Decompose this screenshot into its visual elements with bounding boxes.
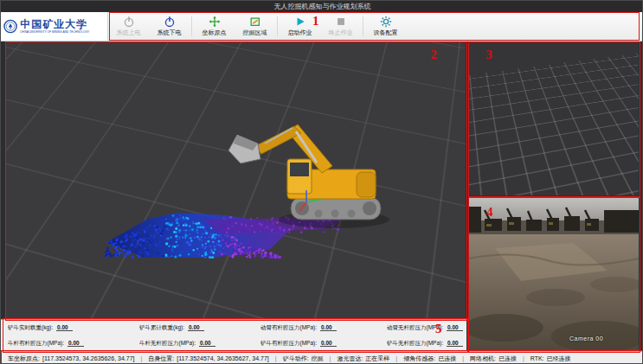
- coordinate-origin-label: 坐标原点: [203, 29, 227, 37]
- stop-icon: [335, 16, 347, 28]
- university-seal-icon: [3, 15, 17, 38]
- camera-frame: [469, 198, 639, 351]
- status-bar: 车坐标原点:[117.3524573, 34.2635626, 34.77] 自…: [1, 351, 643, 364]
- metric-arm-rod-pressure: 斗杆有杆腔压力(MPa):0.00: [8, 340, 139, 348]
- toolbar-separator: [191, 16, 192, 36]
- system-power-off-button[interactable]: 系统下电: [149, 12, 190, 41]
- metric-bucket-total-load: 铲斗累计载重(kg):0.00: [139, 324, 260, 332]
- system-power-off-label: 系统下电: [158, 29, 182, 37]
- logo-name-en: CHINA UNIVERSITY OF MINING AND TECHNOLOG…: [20, 30, 89, 34]
- system-power-on-label: 系统上电: [117, 29, 141, 37]
- camera-label: Camera 00: [569, 335, 603, 342]
- status-vehicle-origin: 车坐标原点:[117.3524573, 34.2635626, 34.77]: [8, 354, 148, 363]
- metric-bucket-rodless-pressure: 铲斗无杆腔压力(MPa):0.00: [387, 340, 466, 348]
- start-operation-button[interactable]: 启动作业: [280, 12, 320, 41]
- gear-icon: [380, 16, 392, 28]
- excavation-area-icon: [249, 16, 261, 28]
- title-bar: 无人挖掘机感知与作业规划系统: [1, 1, 643, 12]
- device-config-label: 设备配置: [374, 29, 398, 37]
- power-on-icon: [123, 16, 135, 28]
- excavation-area-label: 挖掘区域: [243, 29, 267, 37]
- power-off-icon: [164, 16, 176, 28]
- main-3d-viewport[interactable]: [5, 42, 466, 319]
- status-tilt-sensor: 倾角传感器:已连接: [403, 354, 470, 363]
- toolbar: 中国矿业大学 CHINA UNIVERSITY OF MINING AND TE…: [1, 12, 643, 42]
- status-bucket-action: 铲斗动作:挖掘: [283, 354, 338, 363]
- excavation-area-button[interactable]: 挖掘区域: [235, 12, 275, 41]
- app-window: 无人挖掘机感知与作业规划系统 中国矿业大学 CHINA UNIVERSITY O…: [0, 0, 643, 364]
- toolbar-separator: [277, 16, 278, 36]
- stop-operation-button[interactable]: 终止作业: [320, 12, 361, 41]
- secondary-3d-viewport[interactable]: [469, 42, 639, 195]
- coordinate-origin-button[interactable]: 坐标原点: [194, 12, 235, 41]
- status-network-camera: 网络相机:已连接: [470, 354, 530, 363]
- system-power-on-button[interactable]: 系统上电: [108, 12, 149, 41]
- stop-operation-label: 终止作业: [329, 29, 353, 37]
- play-icon: [294, 16, 306, 28]
- university-logo: 中国矿业大学 CHINA UNIVERSITY OF MINING AND TE…: [1, 12, 108, 41]
- excavator-scene: [5, 42, 466, 319]
- toolbar-separator: [363, 16, 363, 36]
- origin-crosshair-icon: [209, 16, 221, 28]
- camera-view: Camera 00: [469, 198, 639, 351]
- metric-boom-rod-pressure: 动臂有杆腔压力(MPa):0.00: [260, 324, 387, 332]
- start-operation-label: 启动作业: [288, 29, 312, 37]
- metric-bucket-rod-pressure: 铲斗有杆腔压力(MPa):0.00: [260, 340, 387, 348]
- metric-arm-rodless-pressure: 斗杆无杆腔压力(MPa):0.00: [139, 340, 260, 348]
- logo-name-cn: 中国矿业大学: [20, 19, 105, 30]
- device-config-button[interactable]: 设备配置: [365, 12, 406, 41]
- status-rtk: RTK:已经连接: [530, 354, 571, 363]
- metric-bucket-realtime-load: 铲斗实时载重(kg):0.00: [8, 324, 139, 332]
- metrics-panel: 铲斗实时载重(kg):0.00 铲斗累计载重(kg):0.00 动臂有杆腔压力(…: [1, 319, 466, 351]
- metric-boom-rodless-pressure: 动臂无杆腔压力(MPa):0.00: [387, 324, 466, 332]
- window-title: 无人挖掘机感知与作业规划系统: [274, 2, 371, 11]
- status-self-position: 自身位置:[117.3524574, 34.2635627, 34.77]: [148, 354, 282, 363]
- status-lidar: 激光雷达:正在采样: [337, 354, 403, 363]
- secondary-grid: [469, 48, 639, 195]
- excavator-model: [228, 125, 389, 228]
- logo-text: 中国矿业大学 CHINA UNIVERSITY OF MINING AND TE…: [20, 19, 105, 35]
